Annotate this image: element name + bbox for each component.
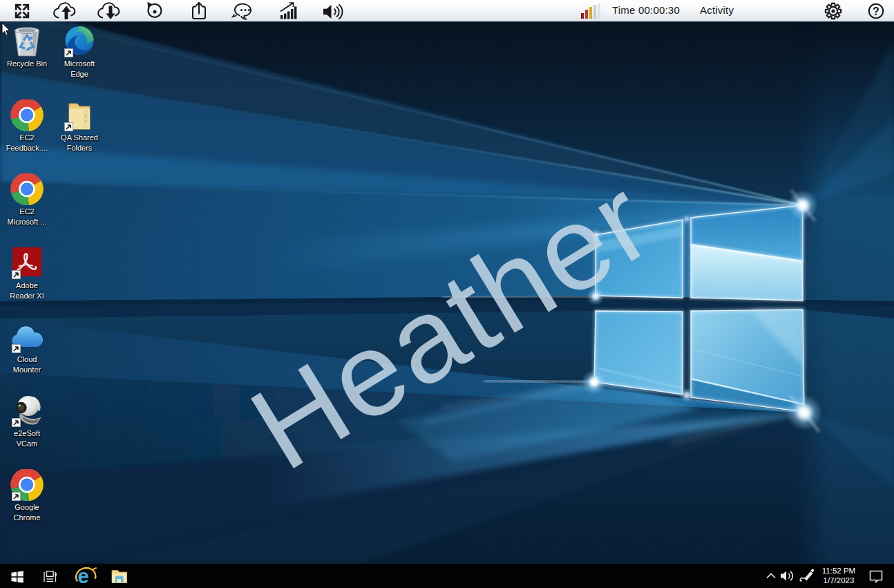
- svg-text:?: ?: [873, 6, 879, 17]
